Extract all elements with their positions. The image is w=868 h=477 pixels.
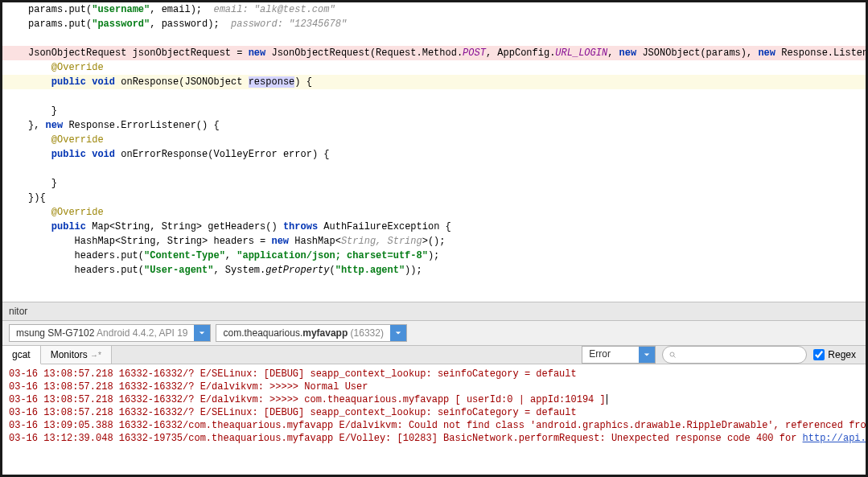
search-input-field[interactable] (679, 349, 800, 360)
svg-point-0 (670, 352, 674, 356)
regex-checkbox[interactable]: Regex (813, 349, 856, 360)
process-selector[interactable]: com.theaquarious.myfavapp (16332) (216, 324, 406, 342)
log-line: 03-16 13:12:39.048 16332-19735/com.theaq… (9, 432, 859, 445)
tab-monitors[interactable]: Monitors →* (41, 346, 112, 364)
log-line: 03-16 13:08:57.218 16332-16332/? E/dalvi… (9, 393, 859, 406)
chevron-down-icon[interactable] (639, 347, 655, 363)
code-editor[interactable]: params.put("username", email); email: "a… (2, 2, 866, 302)
device-selector[interactable]: msung SM-G7102 Android 4.4.2, API 19 (9, 324, 211, 342)
regex-label: Regex (828, 349, 856, 360)
monitor-panel-header: nitor (2, 302, 866, 321)
regex-checkbox-input[interactable] (813, 349, 825, 360)
svg-line-1 (674, 356, 676, 358)
log-line: 03-16 13:08:57.218 16332-16332/? E/SELin… (9, 406, 859, 419)
search-icon (669, 350, 676, 360)
logcat-output[interactable]: 03-16 13:08:57.218 16332-16332/? E/SELin… (2, 364, 866, 448)
log-line: 03-16 13:08:57.218 16332-16332/? E/dalvi… (9, 380, 859, 393)
pin-icon: →* (90, 351, 101, 360)
log-link[interactable]: http://api. (803, 433, 866, 444)
tab-logcat[interactable]: gcat (2, 346, 41, 364)
log-line: 03-16 13:08:57.218 16332-16332/? E/SELin… (9, 368, 859, 380)
log-line: 03-16 13:09:05.388 16332-16332/com.theaq… (9, 419, 859, 432)
log-search-input[interactable] (662, 346, 807, 364)
log-level-selector[interactable]: Error (582, 346, 656, 364)
chevron-down-icon[interactable] (194, 325, 210, 341)
device-toolbar: msung SM-G7102 Android 4.4.2, API 19 com… (2, 321, 866, 346)
chevron-down-icon[interactable] (390, 325, 406, 341)
logcat-tabs: gcat Monitors →* Error Regex (2, 346, 866, 364)
